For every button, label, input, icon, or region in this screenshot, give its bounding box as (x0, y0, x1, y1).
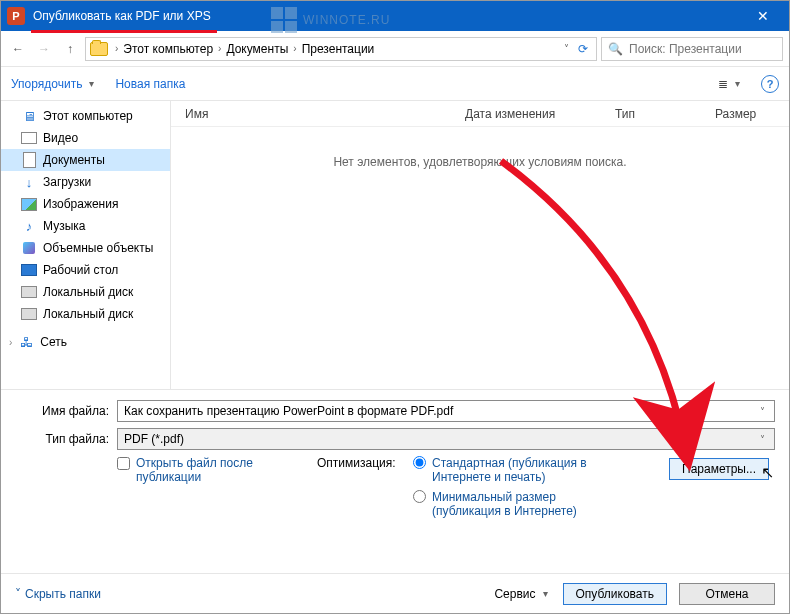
chevron-right-icon[interactable]: › (290, 43, 299, 54)
network-icon: 🖧 (18, 334, 34, 350)
empty-message: Нет элементов, удовлетворяющих условиям … (171, 127, 789, 169)
column-headers[interactable]: Имя Дата изменения Тип Размер (171, 101, 789, 127)
image-icon (21, 196, 37, 212)
hide-folders-button[interactable]: ˅ Скрыть папки (15, 587, 101, 601)
chevron-down-icon[interactable]: ˅ (561, 43, 572, 54)
sidebar: 🖥Этот компьютер Видео Документы ↓Загрузк… (1, 101, 171, 389)
column-type[interactable]: Тип (601, 107, 701, 121)
sidebar-item-music[interactable]: ♪Музыка (1, 215, 170, 237)
music-icon: ♪ (21, 218, 37, 234)
filetype-label: Тип файла: (15, 432, 117, 446)
breadcrumb-item[interactable]: Этот компьютер (123, 42, 213, 56)
close-icon[interactable]: ✕ (743, 8, 783, 24)
download-icon: ↓ (21, 174, 37, 190)
highlight-underline (31, 30, 217, 33)
radio-input[interactable] (413, 490, 426, 503)
chevron-down-icon: ▾ (86, 78, 97, 89)
search-placeholder: Поиск: Презентации (629, 42, 742, 56)
pc-icon: 🖥 (21, 108, 37, 124)
breadcrumb[interactable]: › Этот компьютер › Документы › Презентац… (85, 37, 597, 61)
disk-icon (21, 306, 37, 322)
search-input[interactable]: 🔍 Поиск: Презентации (601, 37, 783, 61)
filename-input[interactable]: Как сохранить презентацию PowerPoint в ф… (117, 400, 775, 422)
sidebar-item-network[interactable]: ›🖧Сеть (1, 331, 170, 353)
breadcrumb-item[interactable]: Документы (226, 42, 288, 56)
document-icon (21, 152, 37, 168)
refresh-icon[interactable]: ⟳ (574, 42, 592, 56)
chevron-down-icon: ˅ (757, 434, 768, 445)
chevron-down-icon: ˅ (15, 587, 21, 601)
help-icon[interactable]: ? (761, 75, 779, 93)
sidebar-item-3d[interactable]: Объемные объекты (1, 237, 170, 259)
new-folder-button[interactable]: Новая папка (115, 77, 185, 91)
radio-input[interactable] (413, 456, 426, 469)
sidebar-item-pictures[interactable]: Изображения (1, 193, 170, 215)
publish-button[interactable]: Опубликовать (563, 583, 667, 605)
sidebar-item-documents[interactable]: Документы (1, 149, 170, 171)
up-icon[interactable]: ↑ (59, 38, 81, 60)
chevron-right-icon[interactable]: › (215, 43, 224, 54)
view-button[interactable]: ≣▾ (718, 77, 743, 91)
folder-icon (90, 42, 108, 56)
breadcrumb-item[interactable]: Презентации (302, 42, 375, 56)
sidebar-item-disk[interactable]: Локальный диск (1, 281, 170, 303)
sidebar-item-downloads[interactable]: ↓Загрузки (1, 171, 170, 193)
column-size[interactable]: Размер (701, 107, 789, 121)
objects-icon (21, 240, 37, 256)
forward-icon[interactable]: → (33, 38, 55, 60)
column-date[interactable]: Дата изменения (451, 107, 601, 121)
checkbox-input[interactable] (117, 457, 130, 470)
service-button[interactable]: Сервис▾ (494, 587, 550, 601)
filename-label: Имя файла: (15, 404, 117, 418)
open-after-checkbox[interactable]: Открыть файл после публикации (117, 456, 317, 484)
chevron-right-icon[interactable]: › (112, 43, 121, 54)
window-title: Опубликовать как PDF или XPS (33, 9, 743, 23)
sidebar-item-this-pc[interactable]: 🖥Этот компьютер (1, 105, 170, 127)
chevron-down-icon[interactable]: ˅ (757, 406, 768, 417)
sidebar-item-disk[interactable]: Локальный диск (1, 303, 170, 325)
back-icon[interactable]: ← (7, 38, 29, 60)
column-name[interactable]: Имя (171, 107, 451, 121)
optimize-standard-radio[interactable]: Стандартная (публикация в Интернете и пе… (413, 456, 593, 484)
search-icon: 🔍 (608, 42, 623, 56)
optimize-label: Оптимизация: (317, 456, 413, 524)
video-icon (21, 130, 37, 146)
organize-button[interactable]: Упорядочить▾ (11, 77, 97, 91)
optimize-minimal-radio[interactable]: Минимальный размер (публикация в Интерне… (413, 490, 593, 518)
disk-icon (21, 284, 37, 300)
desktop-icon (21, 262, 37, 278)
app-icon: P (7, 7, 25, 25)
options-button[interactable]: Параметры... (669, 458, 769, 480)
sidebar-item-videos[interactable]: Видео (1, 127, 170, 149)
filetype-combo[interactable]: PDF (*.pdf)˅ (117, 428, 775, 450)
sidebar-item-desktop[interactable]: Рабочий стол (1, 259, 170, 281)
cancel-button[interactable]: Отмена (679, 583, 775, 605)
